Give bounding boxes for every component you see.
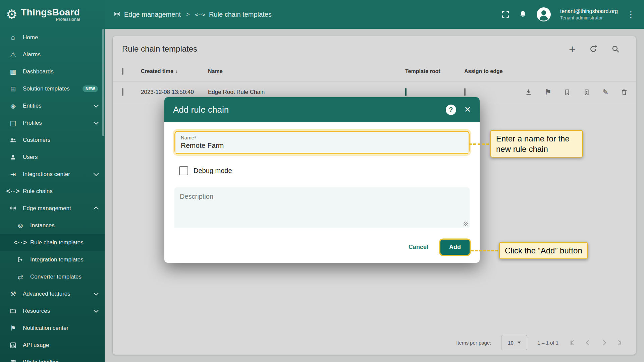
notification-center-icon: ⚑	[9, 324, 17, 332]
sidebar-item-label: Customers	[23, 137, 50, 143]
description-field	[174, 187, 470, 228]
sidebar-item-rule-chains[interactable]: <··> Rule chains	[0, 183, 105, 200]
sidebar-item-converter-templates[interactable]: ⇄ Converter templates	[0, 268, 105, 285]
dialog-header: Add rule chain ? ✕	[164, 97, 480, 122]
sidebar-item-profiles[interactable]: ▤ Profiles	[0, 114, 105, 131]
sidebar-item-label: Entities	[23, 103, 42, 109]
integrations-icon: ⇥	[9, 170, 17, 178]
instances-icon: ⊚	[16, 222, 25, 230]
home-icon: ⌂	[9, 34, 17, 41]
sidebar-item-instances[interactable]: ⊚ Instances	[0, 217, 105, 234]
sidebar-item-integrations-center[interactable]: ⇥ Integrations center	[0, 166, 105, 183]
dialog-body: Name* Debug mode Cancel Add	[164, 122, 480, 263]
sidebar-item-label: Integrations center	[23, 171, 70, 178]
breadcrumb-rule-chain-templates[interactable]: <··> Rule chain templates	[195, 11, 272, 18]
users-icon	[9, 154, 17, 161]
name-input[interactable]	[181, 140, 463, 150]
rule-chain-templates-breadcrumb-icon: <··>	[195, 12, 206, 17]
chevron-down-icon	[94, 120, 99, 125]
sidebar-item-alarms[interactable]: ⚠ Alarms	[0, 46, 105, 63]
description-input[interactable]	[174, 187, 470, 228]
user-info[interactable]: tenant@thingsboard.org Tenant administra…	[560, 8, 618, 21]
user-avatar[interactable]	[536, 7, 551, 22]
sidebar-item-label: Rule chains	[23, 188, 53, 195]
sidebar-item-label: Converter templates	[30, 274, 82, 280]
sidebar-item-dashboards[interactable]: ▦ Dashboards	[0, 63, 105, 80]
sidebar-item-rule-chain-templates[interactable]: <··> Rule chain templates	[0, 234, 105, 251]
sidebar-item-label: Users	[23, 154, 38, 161]
sidebar-item-label: Solution templates	[23, 85, 70, 92]
dialog-title: Add rule chain	[173, 105, 229, 115]
name-field[interactable]: Name*	[175, 132, 469, 153]
sidebar-item-label: Notification center	[23, 325, 68, 331]
help-icon[interactable]: ?	[446, 105, 456, 115]
close-icon[interactable]: ✕	[464, 105, 471, 114]
sidebar-item-label: Home	[23, 34, 38, 41]
new-badge: NEW	[83, 85, 98, 92]
sidebar-item-resources[interactable]: Resources	[0, 302, 105, 319]
rule-chains-icon: <··>	[9, 187, 17, 195]
sidebar-item-integration-templates[interactable]: Integration templates	[0, 251, 105, 268]
breadcrumb-label: Rule chain templates	[209, 11, 272, 18]
dashboards-icon: ▦	[9, 68, 17, 76]
sidebar-item-label: Integration templates	[30, 256, 84, 263]
integration-templates-icon	[16, 256, 25, 263]
chevron-down-icon	[94, 103, 99, 108]
add-hint-callout: Click the “Add” button	[499, 242, 588, 259]
converter-templates-icon: ⇄	[16, 273, 25, 281]
logo-gear-icon: ⚙	[6, 8, 17, 21]
sidebar-scrollbar[interactable]	[102, 29, 104, 136]
sidebar-item-label: Profiles	[23, 120, 42, 126]
entities-icon: ◈	[9, 102, 17, 110]
sidebar-item-home[interactable]: ⌂ Home	[0, 29, 105, 46]
resources-folder-icon	[9, 308, 17, 314]
sidebar-item-advanced-features[interactable]: ⚒ Advanced features	[0, 285, 105, 302]
app-root: ⚙ ThingsBoard Professional ⌂ Home ⚠ Alar…	[0, 0, 644, 362]
sidebar-item-users[interactable]: Users	[0, 148, 105, 166]
debug-mode-row: Debug mode	[179, 166, 470, 175]
cancel-button[interactable]: Cancel	[409, 244, 428, 251]
rule-chain-templates-icon: <··>	[16, 239, 25, 246]
breadcrumb-separator: >	[186, 11, 190, 18]
breadcrumb-edge-management[interactable]: Edge management	[113, 11, 181, 18]
dialog-footer: Cancel Add	[174, 240, 470, 255]
sidebar-nav: ⌂ Home ⚠ Alarms ▦ Dashboards ⊞ Solution …	[0, 29, 105, 362]
sidebar-item-customers[interactable]: Customers	[0, 131, 105, 148]
sidebar-item-label: Alarms	[23, 51, 41, 58]
sidebar: ⚙ ThingsBoard Professional ⌂ Home ⚠ Alar…	[0, 0, 105, 362]
advanced-features-icon: ⚒	[9, 290, 17, 298]
logo[interactable]: ⚙ ThingsBoard Professional	[0, 0, 105, 29]
user-email: tenant@thingsboard.org	[560, 8, 618, 15]
edge-management-icon	[9, 205, 17, 212]
notifications-bell-button[interactable]	[519, 10, 527, 19]
sidebar-item-label: API usage	[23, 342, 49, 349]
sidebar-item-notification-center[interactable]: ⚑ Notification center	[0, 319, 105, 337]
add-rule-chain-dialog: Add rule chain ? ✕ Name* Debug mode Canc…	[164, 97, 480, 263]
sidebar-item-white-labeling[interactable]: White labeling	[0, 354, 105, 362]
chevron-down-icon	[94, 291, 99, 296]
name-hint-callout: Enter a name for the new rule chain	[490, 130, 583, 158]
chevron-down-icon	[94, 308, 99, 313]
sidebar-item-edge-management[interactable]: Edge management	[0, 200, 105, 217]
sidebar-item-label: White labeling	[23, 359, 59, 362]
callout-connector-add	[471, 250, 498, 251]
sidebar-item-label: Rule chain templates	[30, 239, 84, 246]
fullscreen-button[interactable]	[501, 10, 510, 19]
sidebar-item-solution-templates[interactable]: ⊞ Solution templates NEW	[0, 80, 105, 97]
sidebar-item-api-usage[interactable]: API usage	[0, 337, 105, 354]
edge-management-breadcrumb-icon	[113, 11, 121, 18]
sidebar-item-label: Edge management	[23, 205, 71, 212]
more-menu-button[interactable]: ⋮	[627, 9, 635, 20]
debug-mode-checkbox[interactable]	[179, 166, 188, 175]
customers-icon	[9, 137, 17, 143]
sidebar-item-entities[interactable]: ◈ Entities	[0, 97, 105, 114]
chevron-up-icon	[94, 206, 99, 212]
sidebar-item-label: Dashboards	[23, 68, 54, 75]
sidebar-item-label: Resources	[23, 308, 50, 314]
logo-subtitle: Professional	[56, 17, 80, 22]
profiles-icon: ▤	[9, 119, 17, 127]
white-labeling-icon	[9, 359, 17, 362]
logo-text: ThingsBoard Professional	[21, 7, 80, 22]
solution-templates-icon: ⊞	[9, 85, 17, 93]
add-button[interactable]: Add	[440, 240, 470, 255]
